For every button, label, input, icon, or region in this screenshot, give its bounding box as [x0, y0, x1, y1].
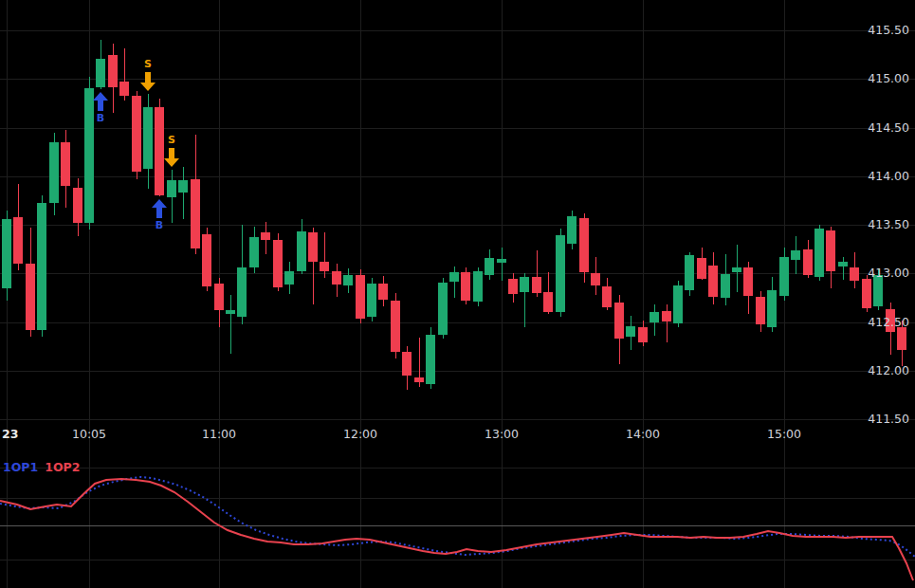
- time-axis-label: 13:00: [485, 427, 519, 441]
- time-axis-label: 10:05: [72, 427, 106, 441]
- 1op2-line: [0, 479, 913, 580]
- indicator-legend: 1OP11OP2: [3, 460, 86, 474]
- price-axis[interactable]: 415.50415.00414.50414.00413.50413.00412.…: [0, 0, 915, 420]
- time-axis-label: 12:00: [343, 427, 377, 441]
- price-axis-label: 413.50: [868, 218, 909, 231]
- time-axis-label: 14:00: [626, 427, 660, 441]
- time-axis-label: 23: [2, 427, 18, 441]
- time-axis[interactable]: 2310:0511:0012:0013:0014:0015:00: [0, 420, 915, 453]
- time-axis-label: 15:00: [767, 427, 801, 441]
- indicator-plot: [0, 453, 915, 588]
- price-axis-label: 412.50: [868, 316, 909, 329]
- 1op1-line: [0, 477, 915, 557]
- legend-op1[interactable]: 1OP1: [3, 460, 38, 474]
- price-axis-label: 415.00: [868, 72, 909, 85]
- indicator-pane[interactable]: 1OP11OP2: [0, 453, 915, 588]
- price-pane[interactable]: BSBS 415.50415.00414.50414.00413.50413.0…: [0, 0, 915, 420]
- time-axis-label: 11:00: [202, 427, 236, 441]
- price-axis-label: 414.50: [868, 121, 909, 135]
- price-axis-label: 413.00: [868, 266, 909, 280]
- chart-root: BSBS 415.50415.00414.50414.00413.50413.0…: [0, 0, 915, 588]
- legend-op2[interactable]: 1OP2: [45, 460, 80, 474]
- price-axis-label: 412.00: [868, 364, 909, 377]
- price-axis-label: 415.50: [868, 24, 909, 37]
- price-axis-label: 414.00: [868, 170, 909, 183]
